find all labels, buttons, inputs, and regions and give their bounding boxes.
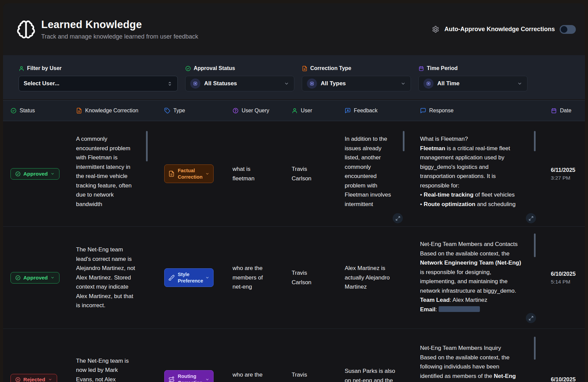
chevron-down-icon — [205, 275, 210, 280]
correction-text: A commonly encountered problem with Flee… — [76, 121, 137, 209]
knowledge-correction-cell: The Net-Eng team is now led by Mark Evan… — [76, 329, 164, 382]
column-response: Response — [420, 108, 551, 114]
user-name: Travis Carlson — [292, 370, 320, 382]
correction-text: The Net-Eng team is now led by Mark Evan… — [76, 356, 137, 382]
feedback-bubble-icon — [345, 108, 351, 114]
user-cell: Travis Carlson — [292, 329, 345, 382]
date-value: 6/11/2025 — [551, 167, 575, 173]
type-cell: Factual Correction — [164, 121, 232, 226]
feedback-cell: Alex Martinez is actually Alejandro Mart… — [345, 227, 420, 329]
knowledge-correction-cell: A commonly encountered problem with Flee… — [76, 121, 164, 226]
query-text: who are the members of — [232, 370, 270, 382]
file-icon — [302, 66, 308, 71]
chevron-down-icon — [205, 377, 210, 382]
table-row: Rejected The Net-Eng team is now led by … — [3, 329, 585, 382]
scrollbar-thumb[interactable] — [534, 131, 536, 151]
status-dropdown[interactable]: All Statuses — [185, 76, 294, 91]
chevron-down-icon — [48, 377, 52, 382]
table-row: Approved A commonly encountered problem … — [3, 121, 585, 227]
table-body: Approved A commonly encountered problem … — [3, 121, 585, 382]
correction-text: The Net-Eng team lead's correct name is … — [76, 245, 137, 310]
user-cell: Travis Carlson — [292, 121, 345, 226]
column-type: Type — [164, 108, 232, 114]
time-value: 3:27 PM — [551, 175, 575, 181]
period-dropdown-value: All Time — [437, 80, 460, 87]
knowledge-correction-cell: The Net-Eng team lead's correct name is … — [76, 227, 164, 329]
status-dropdown-value: All Statuses — [204, 80, 237, 87]
scrollbar-thumb[interactable] — [534, 337, 536, 360]
brain-icon — [16, 20, 36, 39]
status-badge[interactable]: Approved — [10, 272, 59, 284]
file-icon — [168, 171, 175, 177]
calendar-icon — [418, 66, 424, 71]
check-circle-icon — [185, 66, 191, 71]
redacted-email — [439, 306, 480, 312]
date-value: 6/10/2025 — [551, 376, 575, 382]
feedback-text: In addition to the issues already listed… — [345, 121, 395, 209]
user-cell: Travis Carlson — [292, 227, 345, 329]
question-circle-icon — [232, 108, 239, 114]
type-badge[interactable]: Routing Correction — [164, 370, 214, 382]
feedback-text: Susan Parks is also on net-eng and the — [345, 366, 395, 382]
expand-icon — [529, 216, 534, 221]
column-feedback: Feedback — [345, 108, 420, 114]
column-date: Date — [551, 108, 585, 114]
query-text: who are the members of net-eng — [232, 264, 270, 292]
expand-button[interactable] — [393, 213, 403, 223]
type-cell: Routing Correction — [164, 329, 232, 382]
response-text: Net-Eng Team Members and Contacts Based … — [420, 227, 521, 314]
scrollbar-thumb[interactable] — [534, 233, 536, 257]
expand-button[interactable] — [526, 313, 536, 323]
filter-period-label: Time Period — [418, 65, 528, 71]
check-circle-icon — [10, 108, 17, 114]
gear-icon — [432, 25, 440, 33]
user-select-value: Select User... — [24, 80, 59, 87]
brush-icon — [168, 274, 175, 281]
type-badge[interactable]: Factual Correction — [164, 164, 214, 183]
status-badge[interactable]: Approved — [10, 168, 59, 180]
column-status: Status — [10, 108, 76, 114]
date-cell: 6/10/2025 5:14 PM — [551, 227, 585, 329]
column-user: User — [292, 108, 345, 114]
page-title: Learned Knowledge — [41, 19, 198, 31]
check-circle-icon — [15, 171, 21, 177]
chevron-down-icon — [284, 81, 289, 86]
date-cell: 6/10/2025 — [551, 329, 585, 382]
x-circle-icon — [15, 377, 21, 382]
type-dropdown[interactable]: All Types — [302, 76, 411, 91]
filter-type-label: Correction Type — [302, 65, 411, 71]
expand-button[interactable] — [526, 213, 536, 223]
type-badge[interactable]: Style Preference — [164, 268, 214, 287]
expand-icon — [529, 316, 534, 321]
scrollbar-thumb[interactable] — [146, 131, 148, 161]
page-header: Learned Knowledge Track and manage knowl… — [3, 3, 585, 55]
type-dropdown-value: All Types — [321, 80, 346, 87]
calendar-icon — [551, 108, 557, 114]
status-cell: Rejected — [10, 329, 76, 382]
time-value: 5:14 PM — [551, 279, 575, 285]
check-circle-icon — [15, 275, 21, 280]
user-select[interactable]: Select User... — [19, 76, 178, 91]
learned-knowledge-panel: Learned Knowledge Track and manage knowl… — [3, 3, 585, 382]
feedback-text: Alex Martinez is actually Alejandro Mart… — [345, 264, 395, 292]
toggle-knob — [561, 26, 567, 33]
status-cell: Approved — [10, 121, 76, 226]
response-text: What is Fleetman? Fleetman is a critical… — [420, 121, 521, 209]
date-value: 6/10/2025 — [551, 271, 575, 277]
period-dropdown[interactable]: All Time — [418, 76, 528, 91]
scrollbar-thumb[interactable] — [403, 131, 405, 151]
updown-chevrons-icon — [167, 81, 173, 87]
chevron-down-icon — [400, 81, 406, 86]
response-cell: Net-Eng Team Members and Contacts Based … — [420, 227, 551, 329]
user-icon — [292, 108, 298, 114]
filter-status-label: Approval Status — [185, 65, 294, 71]
status-cell: Approved — [10, 227, 76, 329]
status-badge[interactable]: Rejected — [10, 374, 57, 382]
table-header: Status Knowledge Correction Type User Qu… — [3, 100, 585, 121]
query-text: what is fleetman — [232, 164, 270, 183]
user-name: Travis Carlson — [292, 268, 320, 287]
tag-icon — [164, 108, 170, 114]
auto-approve-toggle[interactable] — [560, 25, 576, 34]
date-cell: 6/11/2025 3:27 PM — [551, 121, 585, 226]
file-icon — [76, 108, 82, 114]
